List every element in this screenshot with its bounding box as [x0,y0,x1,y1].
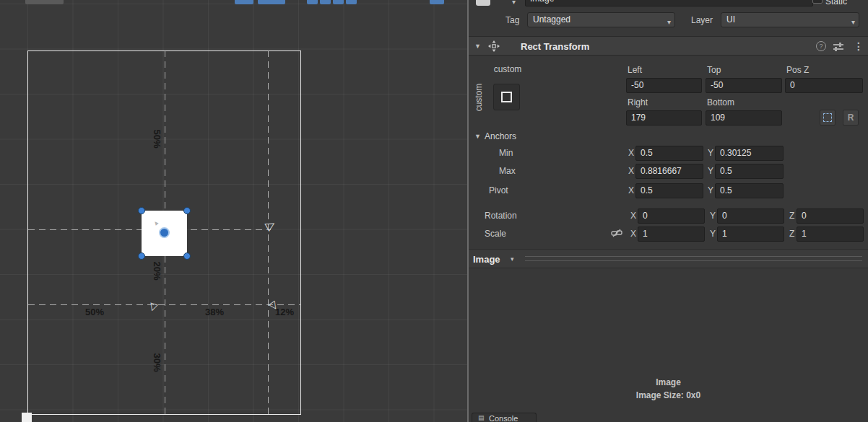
pos-z-input[interactable]: 0 [785,78,863,93]
pivot-label: Pivot [489,185,508,195]
anchor-guide-vertical-max [268,50,269,415]
help-icon[interactable]: ? [816,41,826,51]
console-tab-label: Console [489,414,518,422]
layer-dropdown[interactable]: UI ▾ [721,12,859,27]
tag-dropdown[interactable]: Untagged ▾ [527,12,675,27]
kebab-menu-icon[interactable]: ⋮ [854,40,864,52]
pivot-x-input[interactable]: 0.5 [635,183,703,198]
rotation-z-input[interactable]: 0 [797,208,864,224]
anchor-percent-label: 50% [152,127,162,151]
pos-z-label: Pos Z [786,65,809,75]
anchor-preset-square-icon [501,92,512,102]
layer-label: Layer [691,15,713,25]
preview-title: Image [469,377,868,387]
foldout-arrow-icon[interactable]: ▼ [474,43,481,50]
inspector-panel: ▾ Image Static Tag Untagged ▾ Layer UI ▾… [467,0,868,422]
right-label: Right [628,97,648,107]
toolbar-button-fragment[interactable] [320,0,331,4]
chevron-down-icon: ▾ [667,15,671,27]
top-label: Top [707,65,721,75]
anchor-percent-label: 50% [82,307,107,317]
scene-view[interactable]: 50% 20% 30% 50% 38% 12% ▷ ▽ ▽ ▴ [0,0,467,422]
axis-y-label: Y [710,211,716,221]
anchor-preset-side-label: custom [474,79,484,115]
toolbar-button-fragment[interactable] [307,0,318,4]
raw-edit-mode-button[interactable]: R [843,110,859,126]
rect-transform-header[interactable]: ▼ Rect Transform ? ⋮ [469,36,868,56]
gameobject-name-input[interactable]: Image [525,0,813,6]
rotation-label: Rotation [485,211,517,221]
bottom-label: Bottom [707,97,734,107]
scale-y-input[interactable]: 1 [717,227,784,242]
gameobject-icon-dropdown-icon[interactable]: ▾ [512,0,516,6]
anchor-max-y-input[interactable]: 0.5 [715,164,784,179]
anchor-guide-horizontal-min [28,304,301,305]
component-title: Rect Transform [521,41,589,52]
corner-handle-top-right[interactable] [183,207,191,214]
toolbar-button-fragment[interactable] [346,0,357,4]
bottom-input[interactable]: 109 [706,110,782,126]
image-component-dropdown-icon[interactable]: ▾ [511,255,514,263]
axis-y-label: Y [708,148,713,158]
rect-transform-icon [487,40,500,56]
static-checkbox[interactable] [812,0,823,4]
rotation-y-input[interactable]: 0 [717,208,784,224]
console-icon: ▤ [478,414,485,421]
layer-value: UI [726,14,735,25]
toolbar-button-fragment[interactable] [258,0,285,4]
toolbar-button-fragment[interactable] [235,0,253,4]
anchors-min-label: Min [499,148,513,158]
anchor-min-y-input[interactable]: 0.30125 [715,146,784,161]
corner-handle-bottom-left[interactable] [138,252,145,260]
image-component-header[interactable]: Image ▾ [469,249,868,268]
anchor-preset-button[interactable] [493,84,520,110]
axis-y-label: Y [708,185,713,195]
pivot-y-input[interactable]: 0.5 [715,183,784,198]
toolbar-button-fragment[interactable] [430,0,444,4]
separator-line [525,260,862,261]
corner-handle-top-left[interactable] [138,207,145,214]
axis-x-label: X [628,148,634,158]
axis-x-label: X [630,211,636,221]
scale-label: Scale [485,229,506,239]
scale-x-input[interactable]: 1 [638,227,705,242]
gameobject-icon [476,0,490,6]
anchor-min-x-input[interactable]: 0.5 [635,146,703,161]
pivot-handle[interactable] [159,227,170,238]
link-scale-icon[interactable] [611,228,622,241]
separator-line [525,256,862,257]
corner-handle-bottom-right[interactable] [183,252,191,260]
axis-x-label: X [628,166,634,176]
presets-icon[interactable] [833,43,843,51]
left-label: Left [628,65,642,75]
anchor-max-x-input[interactable]: 0.8816667 [635,164,703,179]
rotation-x-input[interactable]: 0 [638,208,705,224]
scene-gizmo-fragment [22,413,32,422]
axis-z-label: Z [789,211,794,221]
tag-label: Tag [505,15,519,25]
anchors-max-label: Max [499,166,516,176]
chevron-down-icon: ▾ [851,15,855,27]
scale-z-input[interactable]: 1 [797,227,864,242]
right-input[interactable]: 179 [626,110,702,126]
anchors-foldout-icon[interactable]: ▼ [474,133,481,140]
left-input[interactable]: -50 [626,78,702,93]
tab-console[interactable]: ▤ Console [472,413,537,422]
tag-value: Untagged [533,14,570,25]
blueprint-icon [823,113,832,122]
anchor-percent-label: 38% [202,307,227,317]
anchor-percent-label: 30% [152,351,162,375]
preview-size-info: Image Size: 0x0 [469,390,868,400]
toolbar-button-fragment[interactable] [25,0,64,4]
blueprint-mode-button[interactable] [820,110,836,126]
axis-y-label: Y [708,166,713,176]
toolbar-button-fragment[interactable] [333,0,344,4]
axis-z-label: Z [789,229,794,239]
top-input[interactable]: -50 [706,78,782,93]
static-label: Static [825,0,847,6]
image-component-title: Image [473,254,500,265]
axis-x-label: X [630,229,636,239]
axis-x-label: X [628,185,634,195]
anchor-preset-top-label: custom [490,64,525,74]
anchor-percent-label: 20% [152,259,162,283]
